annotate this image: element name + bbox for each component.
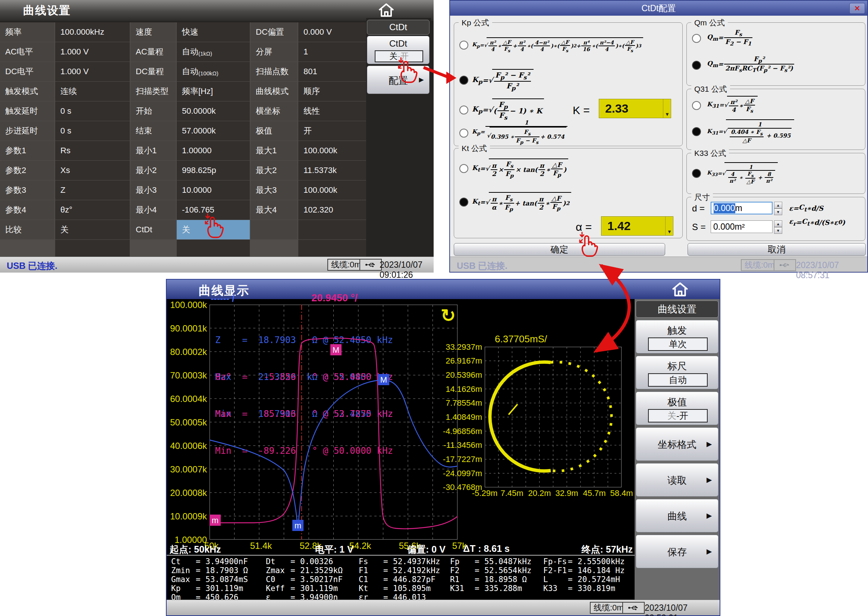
epsilon-formula: ε = Ct ∗ d/S (789, 203, 823, 214)
dialog-titlebar[interactable]: CtDt配置 (450, 1, 867, 16)
home-icon[interactable] (377, 2, 395, 18)
kp-formula-4-radio[interactable] (459, 129, 468, 138)
button-label: 标尺 (636, 360, 718, 373)
param-value[interactable]: 10.0000 (177, 181, 250, 200)
group-legend: K33 公式 (691, 148, 729, 159)
qm-formula-1-radio[interactable] (692, 34, 701, 43)
q31-formula-1-radio[interactable] (692, 101, 701, 110)
param-value[interactable]: 0 s (55, 101, 130, 121)
param-value[interactable]: Rs (55, 141, 130, 160)
kp-formula-3-radio[interactable] (459, 105, 468, 115)
dialog-status-bar: USB 已连接. 线缆:0m 2023/10/07 08:57:31 (450, 256, 867, 272)
param-value[interactable]: 102.320 (298, 200, 371, 220)
mini-y-tick-label: 14.1626m (434, 385, 482, 394)
marker-max-phase[interactable]: M (330, 344, 342, 355)
settings-table: 频率 100.000kHz 速度 快速 DC偏置 0.000 V AC电平 1.… (0, 22, 371, 259)
coord-format-button[interactable]: 坐标格式 ► (636, 427, 719, 461)
param-value[interactable]: 50.0000k (177, 101, 250, 121)
info-label: 偏置: (407, 544, 429, 555)
param-value[interactable]: 顺序 (298, 82, 371, 101)
ok-button[interactable]: 确定 (454, 243, 665, 256)
result-name: Keff (266, 584, 290, 593)
ctdt-config-button[interactable]: 配置 ► (367, 66, 430, 94)
close-button[interactable]: ✕ (849, 3, 865, 14)
dropdown-arrow-icon[interactable]: ▼ (665, 217, 673, 235)
param-label: DC电平 (0, 62, 55, 81)
param-value[interactable]: 自动(100kΩ) (177, 62, 250, 81)
param-value[interactable]: Z (55, 181, 130, 200)
param-value[interactable]: 100.000k (298, 181, 371, 200)
s-spinner[interactable]: ▲▼ (774, 220, 782, 234)
alpha-const-select[interactable]: 1.42 ▼ (601, 216, 673, 236)
param-value[interactable]: 57.0000k (177, 121, 250, 141)
s-input[interactable]: 0.000m² (711, 220, 772, 233)
param-value[interactable]: 1.000 V (55, 42, 130, 61)
save-button[interactable]: 保存 ► (636, 535, 719, 568)
group-legend: 尺寸 (691, 192, 713, 203)
kt-formula-2-radio[interactable] (459, 198, 468, 207)
curve-button[interactable]: 曲线 ► (636, 499, 719, 533)
kp-formula-2-radio[interactable] (459, 76, 468, 85)
usb-icon (622, 602, 645, 614)
param-value[interactable]: Xs (55, 161, 130, 180)
page-title: 曲线设置 (23, 3, 71, 18)
param-value[interactable]: -106.765 (177, 200, 250, 220)
marker-min-impedance[interactable]: m (292, 520, 303, 531)
param-value[interactable]: 线性 (298, 101, 371, 121)
result-name: Dt (266, 557, 290, 566)
param-value[interactable]: 快速 (177, 22, 250, 42)
param-value[interactable]: 自动(1kΩ) (177, 42, 250, 61)
ruler-button[interactable]: 标尺 自动 (636, 356, 719, 389)
param-value[interactable]: 1 (298, 42, 371, 61)
result-name: K31 (450, 584, 475, 593)
param-label: 参数3 (0, 181, 55, 200)
ctdt-onoff-button[interactable]: CtDt 关 - 开 (367, 36, 430, 64)
param-value[interactable]: 11.5373k (298, 161, 371, 180)
value-text: 自动 (182, 66, 198, 77)
clock: 2023/10/07 09:01:26 (380, 260, 434, 280)
param-value[interactable]: 0.000 V (298, 22, 371, 42)
trigger-button[interactable]: 触发 单次 (636, 320, 719, 354)
param-value[interactable]: 801 (298, 62, 371, 81)
dropdown-arrow-icon[interactable]: ▼ (663, 99, 671, 118)
menu-tab-curve-settings[interactable]: 曲线设置 (636, 300, 719, 318)
param-value[interactable]: 开 (298, 121, 371, 141)
d-input[interactable]: 0.000m (711, 202, 772, 214)
k-const-value: 2.33 (599, 102, 663, 116)
usb-status-text: USB 已连接. (457, 260, 507, 272)
k-const-select[interactable]: 2.33 ▼ (599, 99, 671, 118)
extremum-button[interactable]: 极值 关 - 开 (636, 391, 719, 425)
kp-formula-1-radio[interactable] (459, 41, 468, 50)
param-value[interactable]: 0 s (55, 121, 130, 141)
param-value[interactable]: 关 (55, 220, 130, 239)
param-value[interactable]: 100.000k (298, 141, 371, 160)
param-label: 参数4 (0, 200, 55, 220)
marker-max-impedance[interactable]: M (378, 374, 389, 385)
param-label: 扫描点数 (251, 62, 298, 81)
cancel-button[interactable]: 取消 (687, 243, 866, 256)
result-value: 2.55500kHz (578, 557, 625, 566)
read-button[interactable]: 读取 ► (636, 463, 719, 497)
param-value[interactable]: 998.625p (177, 161, 250, 180)
y-tick-label: 50.0005k (167, 417, 207, 428)
kp-formula-1: Kp = √π²4∗△FFs + π²4∗(4−π²4)∗(△FFs)2 + π… (472, 28, 643, 62)
x-tick-label: 51.4k (244, 541, 278, 551)
ruler-mode-box: 自动 (648, 373, 708, 387)
param-label: 极值 (251, 121, 298, 141)
circle-trace-dense (490, 362, 551, 471)
param-value[interactable]: 1.000 V (55, 62, 130, 81)
param-value[interactable]: 连续 (55, 82, 130, 101)
d-spinner[interactable]: ▲▼ (774, 202, 782, 215)
marker-min-phase[interactable]: m (210, 515, 221, 526)
ctdt-toggle-cell[interactable]: 关 (177, 220, 250, 239)
kt-formula-1-radio[interactable] (459, 164, 468, 173)
param-value[interactable]: θz° (55, 200, 130, 220)
qm-formula-group: Qm 公式 Qm = FsF2 − F1 Qm = Fp²2πFsRCT(Fp²… (686, 22, 865, 86)
param-value[interactable]: 1.00000 (177, 141, 250, 160)
qm-formula-2-radio[interactable] (692, 61, 701, 70)
param-value[interactable]: 100.000kHz (55, 22, 130, 42)
k33-formula-1-radio[interactable] (692, 169, 701, 178)
home-icon[interactable] (671, 281, 689, 297)
param-value[interactable]: 频率[Hz] (177, 82, 250, 101)
q31-formula-2-radio[interactable] (692, 127, 701, 136)
